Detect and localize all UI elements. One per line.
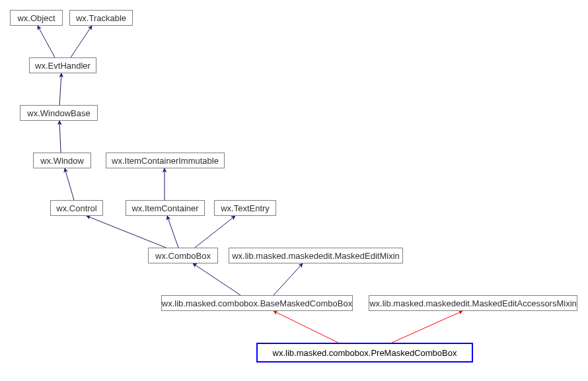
node-label: wx.EvtHandler [35, 61, 91, 71]
inheritance-diagram: wx.Object wx.Trackable wx.EvtHandler wx.… [0, 0, 588, 381]
node-wx-window[interactable]: wx.Window [33, 153, 91, 168]
node-label: wx.ComboBox [155, 251, 211, 261]
node-wx-windowbase[interactable]: wx.WindowBase [20, 105, 98, 121]
node-label: wx.ItemContainer [131, 203, 198, 213]
svg-line-9 [193, 263, 240, 295]
node-wx-combobox[interactable]: wx.ComboBox [148, 248, 218, 263]
node-wx-control[interactable]: wx.Control [50, 200, 103, 216]
svg-line-6 [87, 216, 166, 248]
svg-line-0 [38, 26, 55, 57]
node-wx-itemcontainer[interactable]: wx.ItemContainer [126, 200, 205, 216]
node-wx-itemcontainerimmutable[interactable]: wx.ItemContainerImmutable [106, 153, 225, 168]
node-label: wx.lib.masked.combobox.PreMaskedComboBox [273, 348, 457, 358]
node-label: wx.Object [17, 13, 55, 23]
node-label: wx.WindowBase [27, 108, 90, 118]
svg-line-4 [65, 168, 74, 200]
svg-line-2 [59, 73, 61, 105]
node-maskededitaccessorsmixin[interactable]: wx.lib.masked.maskededit.MaskedEditAcces… [369, 295, 577, 311]
node-label: wx.lib.masked.maskededit.MaskedEditAcces… [369, 298, 577, 308]
node-label: wx.lib.masked.maskededit.MaskedEditMixin [232, 251, 400, 261]
node-maskededitmixin[interactable]: wx.lib.masked.maskededit.MaskedEditMixin [229, 248, 403, 263]
node-label: wx.TextEntry [221, 203, 270, 213]
node-wx-evthandler[interactable]: wx.EvtHandler [29, 57, 96, 73]
node-wx-textentry[interactable]: wx.TextEntry [214, 200, 276, 216]
svg-line-8 [195, 216, 235, 248]
node-basemaskedcombobox[interactable]: wx.lib.masked.combobox.BaseMaskedComboBo… [161, 295, 353, 311]
svg-line-11 [274, 311, 338, 343]
node-wx-object[interactable]: wx.Object [10, 10, 63, 26]
svg-line-10 [274, 263, 303, 295]
node-label: wx.lib.masked.combobox.BaseMaskedComboBo… [162, 298, 352, 308]
svg-line-3 [59, 121, 61, 153]
node-label: wx.Trackable [76, 13, 126, 23]
node-premaskedcombobox[interactable]: wx.lib.masked.combobox.PreMaskedComboBox [256, 343, 473, 363]
svg-line-7 [167, 216, 178, 248]
node-label: wx.ItemContainerImmutable [112, 156, 219, 166]
node-wx-trackable[interactable]: wx.Trackable [69, 10, 133, 26]
svg-line-1 [71, 26, 92, 57]
node-label: wx.Window [40, 156, 84, 166]
node-label: wx.Control [56, 203, 96, 213]
svg-line-12 [392, 311, 462, 343]
